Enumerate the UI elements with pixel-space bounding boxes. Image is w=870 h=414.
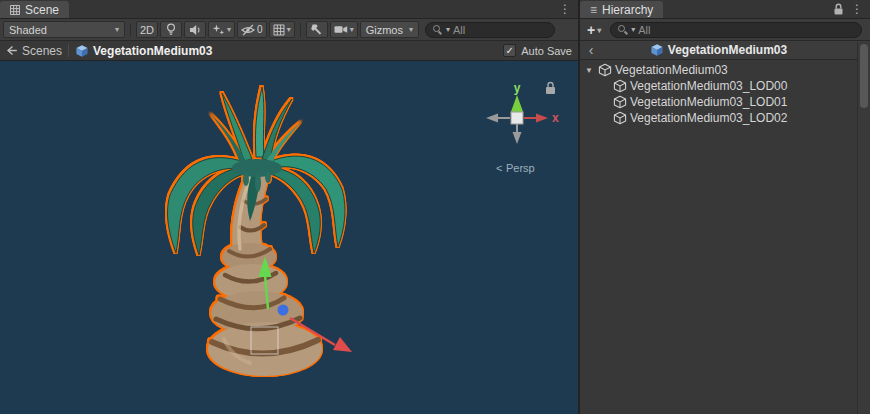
check-icon: ✓	[506, 45, 514, 56]
lightbulb-icon	[165, 23, 177, 36]
grid-visibility-dropdown[interactable]: ▾	[269, 21, 295, 38]
hierarchy-search-field[interactable]: ▾ All	[610, 22, 862, 38]
persp-chevron-icon: <	[496, 162, 502, 174]
lock-icon[interactable]	[833, 3, 844, 15]
axis-neg-x-cone[interactable]	[486, 114, 498, 123]
gameobject-cube-icon	[598, 63, 612, 77]
gizmo-z-handle[interactable]	[278, 305, 289, 316]
scrollbar-thumb[interactable]	[860, 44, 868, 108]
chevron-down-icon: ▾	[597, 27, 601, 35]
auto-save-label: Auto Save	[521, 45, 572, 57]
search-filter-chevron-icon: ▾	[631, 26, 635, 34]
prefab-cube-icon	[650, 43, 664, 57]
gameobject-cube-icon	[613, 79, 627, 93]
gizmo-x-arrowhead[interactable]	[333, 337, 352, 352]
tree-row-lod01[interactable]: VegetationMedium03_LOD01	[580, 94, 857, 110]
axis-x-cone[interactable]	[536, 114, 548, 123]
axis-y-label[interactable]: y	[514, 81, 521, 95]
projection-toggle[interactable]: < Persp	[496, 162, 535, 174]
breadcrumb-prefab[interactable]: VegetationMedium03	[75, 44, 212, 58]
create-object-button[interactable]: + ▾	[583, 21, 605, 38]
camera-icon	[334, 24, 348, 35]
scene-search-field[interactable]: ▾ All	[425, 22, 555, 38]
tools-icon	[310, 23, 323, 36]
tree-row-lod00[interactable]: VegetationMedium03_LOD00	[580, 78, 857, 94]
tab-scene[interactable]: Scene	[0, 1, 69, 18]
grid-tab-icon	[10, 5, 20, 15]
sparkle-icon	[212, 24, 225, 36]
camera-dropdown[interactable]: ▾	[330, 21, 358, 38]
axis-y-cone[interactable]	[511, 95, 524, 113]
eye-off-icon	[241, 24, 255, 36]
hierarchy-panel: ≡ Hierarchy ⋮ + ▾ ▾ All ‹	[580, 0, 870, 414]
chevron-down-icon: ▾	[227, 26, 231, 34]
scene-kebab-menu-icon[interactable]: ⋮	[559, 2, 571, 16]
scene-tab-label: Scene	[25, 3, 59, 17]
scene-panel: Scene ⋮ Shaded ▾ 2D ▾	[0, 0, 580, 414]
tree-row-label: VegetationMedium03_LOD00	[630, 79, 787, 93]
foldout-icon[interactable]: ▼	[583, 66, 595, 75]
tree-row-label: VegetationMedium03_LOD02	[630, 111, 787, 125]
gizmo-lock-icon[interactable]	[546, 83, 555, 95]
search-icon	[618, 25, 628, 35]
axis-x-label[interactable]: x	[552, 111, 559, 125]
chevron-down-icon: ▾	[350, 26, 354, 34]
scene-lighting-toggle[interactable]	[160, 21, 182, 38]
prefab-back-button[interactable]: ‹	[584, 41, 598, 59]
chevron-down-icon: ▾	[115, 26, 119, 34]
unity-editor: Scene ⋮ Shaded ▾ 2D ▾	[0, 0, 870, 414]
scene-audio-toggle[interactable]	[184, 21, 206, 38]
prefab-stage-header: ‹ VegetationMedium03	[580, 41, 870, 60]
plus-icon: +	[587, 22, 595, 38]
scene-tabbar: Scene ⋮	[0, 0, 578, 19]
hierarchy-tab-label: Hierarchy	[602, 3, 653, 17]
axis-neg-y-cone[interactable]	[513, 132, 522, 144]
breadcrumb-prefab-label: VegetationMedium03	[93, 44, 212, 58]
back-arrow-icon	[6, 45, 18, 56]
shading-mode-label: Shaded	[9, 24, 47, 36]
list-icon: ≡	[590, 4, 597, 16]
scene-toolbar: Shaded ▾ 2D ▾ 0 ▾	[0, 19, 578, 41]
search-icon	[433, 25, 443, 35]
scene-search-filter-label: All	[453, 24, 465, 36]
hierarchy-scrollbar[interactable]	[857, 42, 870, 414]
auto-save-control: ✓ Auto Save	[503, 44, 572, 57]
speaker-icon	[189, 24, 202, 36]
gizmos-dropdown[interactable]: Gizmos ▾	[360, 21, 419, 38]
2d-toggle-button[interactable]: 2D	[136, 21, 158, 38]
tab-hierarchy[interactable]: ≡ Hierarchy	[580, 1, 663, 18]
hidden-count: 0	[257, 24, 263, 35]
grid-icon	[273, 24, 285, 36]
shading-mode-dropdown[interactable]: Shaded ▾	[3, 21, 125, 38]
selected-tree-model[interactable]	[168, 87, 345, 376]
chevron-down-icon: ▾	[287, 26, 291, 34]
auto-save-checkbox[interactable]: ✓	[503, 44, 516, 57]
breadcrumb-scenes[interactable]: Scenes	[6, 44, 62, 58]
hierarchy-search-filter-label: All	[638, 24, 650, 36]
hierarchy-toolbar: + ▾ ▾ All	[580, 19, 870, 41]
breadcrumb-separator	[68, 44, 69, 57]
gameobject-cube-icon	[613, 95, 627, 109]
hierarchy-tree: ▼ VegetationMedium03 VegetationMedium03_…	[580, 60, 870, 414]
gizmos-label: Gizmos	[366, 24, 403, 36]
axis-center-handle[interactable]	[511, 112, 523, 124]
projection-label[interactable]: Persp	[506, 162, 535, 174]
search-filter-chevron-icon: ▾	[446, 26, 450, 34]
scene-effects-dropdown[interactable]: ▾	[208, 21, 235, 38]
prefab-cube-icon	[75, 44, 89, 58]
scene-viewport[interactable]: y x < Persp	[0, 61, 578, 414]
breadcrumb-scenes-label: Scenes	[22, 44, 62, 58]
tree-row-label: VegetationMedium03	[615, 63, 728, 77]
scene-visibility-toggle[interactable]: 0	[237, 21, 267, 38]
prefab-breadcrumb-bar: Scenes VegetationMedium03 ✓ Auto Save	[0, 41, 578, 61]
tree-row-root[interactable]: ▼ VegetationMedium03	[580, 62, 857, 78]
chevron-down-icon: ▾	[409, 26, 413, 34]
gameobject-cube-icon	[613, 111, 627, 125]
prefab-stage-title: VegetationMedium03	[668, 43, 787, 57]
tree-row-label: VegetationMedium03_LOD01	[630, 95, 787, 109]
editor-tools-button[interactable]	[306, 21, 328, 38]
hierarchy-kebab-menu-icon[interactable]: ⋮	[851, 2, 863, 16]
hierarchy-tabbar: ≡ Hierarchy ⋮	[580, 0, 870, 19]
tree-row-lod02[interactable]: VegetationMedium03_LOD02	[580, 110, 857, 126]
2d-label: 2D	[140, 24, 154, 36]
